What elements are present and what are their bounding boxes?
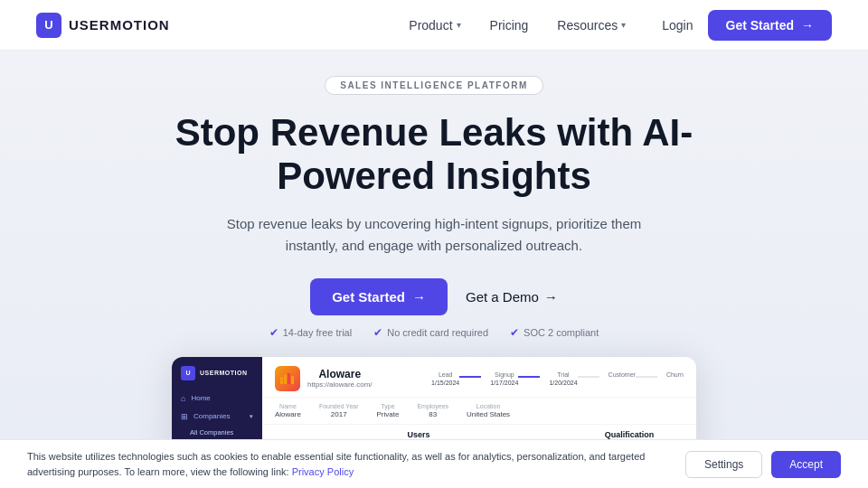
svg-rect-1 [284, 375, 287, 384]
journey-line [459, 376, 481, 378]
nav-links: Product ▾ Pricing Resources ▾ [409, 18, 626, 33]
logo[interactable]: U USERMOTION [36, 13, 170, 38]
detail-employees: Employees 83 [417, 403, 448, 418]
arrow-icon: → [544, 289, 558, 305]
logo-text: USERMOTION [69, 17, 170, 33]
sidebar-logo-icon: U [181, 366, 195, 380]
svg-rect-3 [291, 376, 294, 384]
sidebar-logo-text: USERMOTION [200, 370, 247, 376]
check-icon: ✔ [269, 326, 278, 339]
arrow-icon: → [801, 18, 814, 33]
cookie-settings-button[interactable]: Settings [685, 451, 762, 478]
arrow-icon: → [412, 289, 426, 305]
journey-trial: Trial 1/20/2024 [549, 371, 577, 386]
company-header: Aloware https://aloware.com/ Lead 1/15/2… [262, 357, 696, 398]
chevron-down-icon: ▾ [250, 413, 253, 420]
company-info: Aloware https://aloware.com/ [275, 366, 373, 391]
journey-line [518, 376, 540, 378]
hero-badge: SALES INTELLIGENCE PLATFORM [325, 76, 543, 95]
get-demo-button[interactable]: Get a Demo → [466, 289, 558, 305]
sidebar-logo: U USERMOTION [172, 366, 262, 389]
get-started-hero-button[interactable]: Get Started → [310, 278, 448, 315]
logo-icon: U [36, 13, 61, 38]
cta-row: Get Started → Get a Demo → [18, 278, 850, 315]
check-icon: ✔ [510, 326, 519, 339]
journey-signup: Signup 1/17/2024 [490, 371, 518, 386]
detail-founded: Founded Year 2017 [319, 403, 359, 418]
company-url: https://aloware.com/ [307, 380, 373, 389]
hero-subtitle: Stop revenue leaks by uncovering high-in… [217, 213, 651, 257]
users-title: Users [275, 430, 562, 439]
cookie-text: This website utilizes technologies such … [27, 449, 667, 479]
cookie-banner: This website utilizes technologies such … [0, 439, 868, 488]
company-name-area: Aloware https://aloware.com/ [307, 368, 373, 389]
privacy-policy-link[interactable]: Privacy Policy [292, 466, 354, 477]
qualification-title: Qualification [575, 430, 684, 439]
detail-location: Location United States [467, 403, 510, 418]
journey-line [636, 376, 657, 378]
hero-title: Stop Revenue Leaks with AI- Powered Insi… [163, 111, 705, 199]
company-details: Name Aloware Founded Year 2017 Type Priv… [262, 398, 696, 425]
login-link[interactable]: Login [662, 18, 693, 33]
trust-item-trial: ✔ 14-day free trial [269, 326, 352, 339]
chevron-down-icon: ▾ [621, 20, 626, 30]
detail-type: Type Private [377, 403, 400, 418]
nav-product[interactable]: Product ▾ [409, 18, 460, 33]
sidebar-all-companies[interactable]: All Companies [190, 426, 262, 439]
svg-rect-2 [288, 373, 290, 384]
company-logo [275, 366, 300, 391]
cookie-buttons: Settings Accept [685, 451, 841, 478]
journey-bar: Lead 1/15/2024 Signup 1/17/2024 Trial 1/… [422, 371, 684, 386]
check-icon: ✔ [373, 326, 382, 339]
sidebar-item-home[interactable]: ⌂ Home [172, 389, 262, 408]
journey-line [578, 376, 599, 378]
hero-section: SALES INTELLIGENCE PLATFORM Stop Revenue… [0, 51, 868, 488]
company-name: Aloware [307, 368, 373, 380]
journey-churn: Churn [666, 371, 684, 386]
journey-lead: Lead 1/15/2024 [431, 371, 459, 386]
trust-row: ✔ 14-day free trial ✔ No credit card req… [18, 326, 850, 339]
journey-customer: Customer [609, 371, 636, 386]
nav-resources[interactable]: Resources ▾ [557, 18, 626, 33]
chevron-down-icon: ▾ [457, 20, 461, 30]
nav-pricing[interactable]: Pricing [490, 18, 529, 33]
detail-name: Name Aloware [275, 403, 301, 418]
get-started-nav-button[interactable]: Get Started → [708, 10, 832, 41]
svg-rect-0 [280, 377, 283, 384]
companies-icon: ⊞ [181, 412, 188, 421]
trust-item-no-card: ✔ No credit card required [373, 326, 488, 339]
trust-item-soc2: ✔ SOC 2 compliant [510, 326, 599, 339]
sidebar-item-companies[interactable]: ⊞ Companies ▾ [172, 408, 262, 426]
navbar: U USERMOTION Product ▾ Pricing Resources… [0, 0, 868, 51]
cookie-accept-button[interactable]: Accept [771, 451, 841, 478]
home-icon: ⌂ [181, 394, 185, 403]
